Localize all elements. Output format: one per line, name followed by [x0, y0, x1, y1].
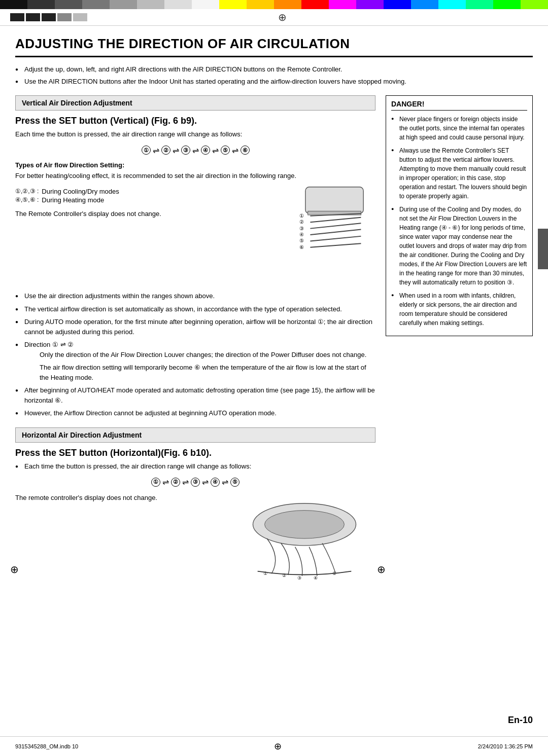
horiz-text-col: The remote controller's display does not… — [15, 493, 233, 507]
diagram-text: ①,②,③ : During Cooling/Dry modes ④,⑤,⑥ :… — [15, 185, 264, 223]
mode-nums-2: ④,⑤,⑥ : — [15, 196, 39, 204]
types-body: For better heating/cooling effect, it is… — [15, 171, 375, 181]
bar5 — [73, 13, 87, 21]
harrow-2: ⇌ — [182, 477, 189, 487]
page-title: ADJUSTING THE DIRECTION OF AIR CIRCULATI… — [15, 36, 533, 57]
svg-text:③: ③ — [297, 575, 301, 581]
bar1 — [10, 13, 24, 21]
page-footer: 9315345288_OM.indb 10 ⊕ 2/24/2010 1:36:2… — [0, 736, 548, 756]
arrow-2: ⇌ — [173, 146, 179, 155]
arrow-1: ⇌ — [153, 146, 159, 155]
bar4 — [57, 13, 72, 21]
svg-line-3 — [310, 218, 361, 223]
horiz-bullet-1: Each time the button is pressed, the air… — [15, 461, 375, 472]
hseq-1: ① — [151, 478, 160, 487]
svg-line-6 — [310, 236, 361, 241]
seq-6: ⑥ — [241, 146, 250, 155]
crosshair-bottom-left: ⊕ — [10, 563, 19, 575]
harrow-4: ⇌ — [222, 477, 228, 487]
intro-bullets: Adjust the up, down, left, and right AIR… — [15, 64, 533, 86]
mode-desc-2: During Heating mode — [42, 196, 104, 204]
seq-5: ⑤ — [221, 146, 230, 155]
temp-note: The air flow direction setting will temp… — [24, 363, 375, 382]
danger-bullet-3: During use of the Cooling and Dry modes,… — [391, 205, 527, 287]
vert-bullets: Use the air direction adjustments within… — [15, 291, 375, 418]
seq-1: ① — [142, 146, 151, 155]
left-column: Vertical Air Direction Adjustment Press … — [15, 95, 375, 586]
vert-bullet-5: After beginning of AUTO/HEAT mode operat… — [15, 385, 375, 405]
horiz-louver-svg: ① ② ③ ④ ⑤ — [244, 493, 365, 584]
danger-bullet-4: When used in a room with infants, childr… — [391, 291, 527, 328]
horiz-subtitle: Press the SET button (Horizontal)(Fig. 6… — [15, 448, 375, 458]
horiz-diagram-row: The remote controller's display does not… — [15, 493, 375, 586]
hseq-3: ③ — [191, 478, 200, 487]
horiz-section: Horizontal Air Direction Adjustment Pres… — [15, 427, 375, 586]
bar3 — [42, 13, 56, 21]
top-bar: ⊕ — [0, 9, 548, 26]
horiz-sequence: ① ⇌ ② ⇌ ③ ⇌ ④ ⇌ ⑤ — [15, 477, 375, 487]
vertical-body-text: Each time the button is pressed, the air… — [15, 129, 375, 139]
mode-nums-1: ①,②,③ : — [15, 188, 39, 195]
mode-row-2: ④,⑤,⑥ : During Heating mode — [15, 196, 264, 204]
horiz-remote-note: The remote controller's display does not… — [15, 493, 233, 503]
svg-text:③: ③ — [299, 226, 304, 231]
black-bars — [10, 13, 87, 21]
harrow-1: ⇌ — [162, 477, 169, 487]
hseq-2: ② — [171, 478, 180, 487]
seq-4: ④ — [201, 146, 210, 155]
danger-bullet-2: Always use the Remote Controller's SET b… — [391, 146, 527, 201]
svg-text:②: ② — [299, 219, 304, 225]
svg-text:④: ④ — [314, 575, 318, 581]
louver-svg: ① ② ③ ④ ⑤ ⑥ — [279, 185, 370, 286]
horiz-img-col: ① ② ③ ④ ⑤ — [244, 493, 375, 586]
right-column: DANGER! Never place fingers or foreign o… — [386, 95, 533, 586]
vertical-sequence: ① ⇌ ② ⇌ ③ ⇌ ④ ⇌ ⑤ ⇌ ⑥ — [15, 146, 375, 155]
arrow-3: ⇌ — [192, 146, 199, 155]
vertical-subtitle: Press the SET button (Vertical) (Fig. 6 … — [15, 116, 375, 126]
horiz-bullets: Each time the button is pressed, the air… — [15, 461, 375, 472]
mode-row-1: ①,②,③ : During Cooling/Dry modes — [15, 188, 264, 195]
arrow-4: ⇌ — [212, 146, 219, 155]
danger-bullets: Never place fingers or foreign objects i… — [391, 115, 527, 328]
page-number-area: En-10 — [508, 715, 533, 726]
danger-bullet-1: Never place fingers or foreign objects i… — [391, 115, 527, 142]
sidebar-tab — [538, 229, 548, 269]
crosshair-bottom-right: ⊕ — [377, 563, 386, 575]
remote-note: The Remote Controller's display does not… — [15, 209, 264, 219]
modes-table: ①,②,③ : During Cooling/Dry modes ④,⑤,⑥ :… — [15, 188, 264, 204]
horiz-section-header: Horizontal Air Direction Adjustment — [15, 427, 375, 443]
svg-line-5 — [310, 230, 361, 235]
seq-2: ② — [161, 146, 170, 155]
svg-text:①: ① — [299, 213, 304, 219]
vertical-section-header: Vertical Air Direction Adjustment — [15, 95, 375, 111]
hseq-5: ⑤ — [230, 478, 239, 487]
vert-bullet-1: Use the air direction adjustments within… — [15, 291, 375, 301]
footer-doc-id: 9315345288_OM.indb 10 — [15, 743, 78, 749]
svg-text:④: ④ — [299, 232, 304, 237]
svg-text:⑤: ⑤ — [299, 238, 304, 243]
arrow-5: ⇌ — [232, 146, 238, 155]
danger-title: DANGER! — [391, 100, 527, 111]
page-number: En-10 — [508, 715, 533, 725]
hseq-4: ④ — [211, 478, 220, 487]
seq-3: ③ — [181, 146, 190, 155]
svg-point-15 — [265, 511, 345, 538]
vert-bullet-2: The vertical airflow direction is set au… — [15, 304, 375, 314]
bar2 — [26, 13, 40, 21]
crosshair-top: ⊕ — [278, 11, 287, 23]
types-heading: Types of Air flow Direction Setting: — [15, 161, 375, 169]
mode-desc-1: During Cooling/Dry modes — [42, 188, 119, 195]
only-note: Only the direction of the Air Flow Direc… — [24, 350, 375, 360]
footer-date: 2/24/2010 1:36:25 PM — [478, 743, 533, 749]
svg-line-7 — [310, 243, 361, 247]
color-bar — [0, 0, 548, 9]
main-content: ADJUSTING THE DIRECTION OF AIR CIRCULATI… — [0, 26, 548, 601]
vert-bullet-4: Direction ① ⇌ ② Only the direction of th… — [15, 340, 375, 382]
diagram-area: ①,②,③ : During Cooling/Dry modes ④,⑤,⑥ :… — [15, 185, 375, 286]
danger-box: DANGER! Never place fingers or foreign o… — [386, 95, 533, 336]
svg-rect-0 — [305, 187, 363, 213]
vert-bullet-3: During AUTO mode operation, for the firs… — [15, 317, 375, 337]
harrow-3: ⇌ — [202, 477, 209, 487]
vertical-louver-diagram: ① ② ③ ④ ⑤ ⑥ — [274, 185, 375, 286]
vert-bullet-6: However, the Airflow Direction cannot be… — [15, 408, 375, 418]
